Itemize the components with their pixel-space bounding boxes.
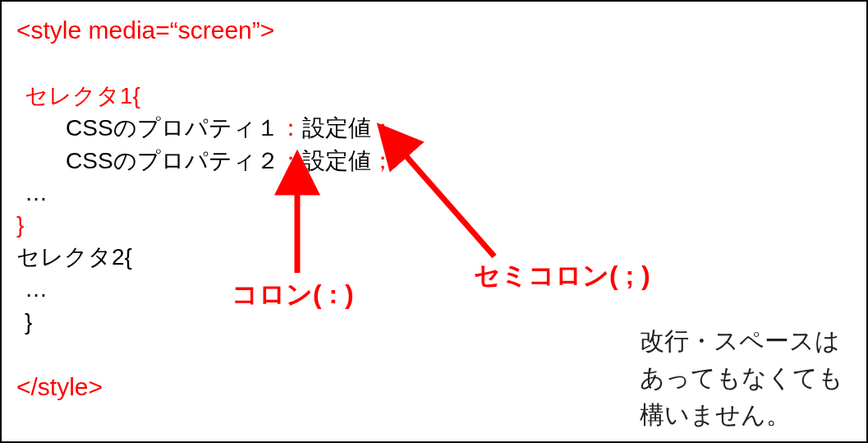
value1: 設定値 xyxy=(302,115,371,141)
colon-annotation: コロン( : ) xyxy=(232,277,354,313)
note-line-3: 構いません。 xyxy=(640,396,843,433)
colon-2: ： xyxy=(279,148,302,173)
property-line-2: CSSのプロパティ２：設定値； xyxy=(16,145,394,177)
property2-name: CSSのプロパティ２ xyxy=(66,148,279,173)
colon-1: ： xyxy=(279,115,302,141)
code-example: <style media=“screen”> セレクタ1{ CSSのプロパティ１… xyxy=(16,13,394,404)
property-line-1: CSSのプロパティ１：設定値； xyxy=(16,112,394,144)
semicolon-1: ； xyxy=(371,115,394,141)
selector1-close: } xyxy=(16,209,394,241)
note-line-1: 改行・スペースは xyxy=(640,322,843,359)
whitespace-note: 改行・スペースは あってもなくても 構いません。 xyxy=(640,322,843,433)
blank-line xyxy=(16,48,394,80)
property1-name: CSSのプロパティ１ xyxy=(66,115,279,141)
selector2-open: セレクタ2{ xyxy=(16,241,394,273)
note-line-2: あってもなくても xyxy=(640,359,843,396)
semicolon-annotation: セミコロン( ; ) xyxy=(474,258,650,294)
diagram-frame: <style media=“screen”> セレクタ1{ CSSのプロパティ１… xyxy=(0,0,868,443)
style-close-tag: </style> xyxy=(16,370,394,404)
semicolon-arrow-icon xyxy=(404,154,494,256)
selector1-open: セレクタ1{ xyxy=(16,80,394,112)
ellipsis-1: … xyxy=(16,177,394,209)
blank-line-2 xyxy=(16,338,394,370)
semicolon-2: ； xyxy=(371,148,394,173)
value2: 設定値 xyxy=(302,148,371,173)
style-open-tag: <style media=“screen”> xyxy=(16,13,394,48)
